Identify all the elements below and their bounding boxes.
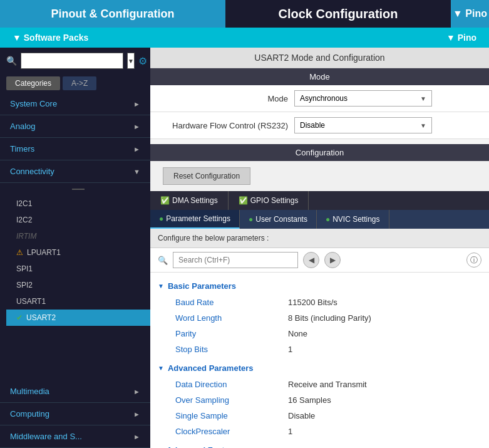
sidebar: 🔍 ▼ ⚙ Categories A->Z System Core ► Anal… bbox=[0, 48, 150, 448]
gpio-tab-label: GPIO Settings bbox=[250, 196, 299, 205]
connectivity-submenu: I2C1 I2C2 IRTIM ⚠ LPUART1 SPI1 SPI2 USAR… bbox=[0, 183, 150, 326]
tab-az[interactable]: A->Z bbox=[63, 76, 96, 90]
search-icon: 🔍 bbox=[6, 56, 17, 66]
tabs-row-1: ✅ DMA Settings ✅ GPIO Settings bbox=[150, 191, 489, 210]
search-input[interactable] bbox=[21, 53, 123, 69]
divider-line bbox=[72, 189, 85, 190]
tab-dma-settings[interactable]: ✅ DMA Settings bbox=[150, 191, 229, 210]
software-bar: ▼ Software Packs ▼ Pino bbox=[0, 28, 489, 48]
chevron-right-icon: ► bbox=[133, 123, 140, 130]
chevron-right-icon: ► bbox=[133, 100, 140, 108]
sidebar-item-i2c2[interactable]: I2C2 bbox=[6, 212, 150, 228]
i2c2-label: I2C2 bbox=[16, 216, 32, 224]
gear-icon[interactable]: ⚙ bbox=[138, 55, 147, 67]
search-dropdown[interactable]: ▼ bbox=[127, 53, 135, 69]
chevron-right-icon: ► bbox=[133, 388, 140, 395]
connectivity-label: Connectivity bbox=[10, 167, 54, 176]
extra-tab[interactable]: ▼ Pino bbox=[451, 0, 489, 28]
pinout-tab[interactable]: Pinout & Configuration bbox=[0, 0, 225, 28]
mode-select[interactable]: Asynchronous ▼ bbox=[294, 90, 432, 107]
timers-label: Timers bbox=[10, 144, 34, 154]
sidebar-item-usart2[interactable]: ✔ USART2 bbox=[6, 310, 150, 326]
advanced-params-group: ▼ Advanced Parameters Data Direction Rec… bbox=[150, 360, 489, 439]
reset-configuration-button[interactable]: Reset Configuration bbox=[163, 167, 250, 185]
tab-categories[interactable]: Categories bbox=[6, 76, 60, 90]
usart1-label: USART1 bbox=[16, 297, 46, 306]
data-direction-name: Data Direction bbox=[175, 380, 288, 389]
sidebar-item-computing[interactable]: Computing ► bbox=[0, 403, 150, 425]
chevron-right-icon: ► bbox=[133, 410, 140, 418]
chevron-down-icon: ▼ bbox=[133, 168, 140, 175]
sidebar-item-multimedia[interactable]: Multimedia ► bbox=[0, 380, 150, 403]
baud-rate-value: 115200 Bits/s bbox=[288, 298, 337, 307]
check-icon: ● bbox=[249, 215, 253, 224]
top-nav: Pinout & Configuration Clock Configurati… bbox=[0, 0, 489, 28]
single-sample-name: Single Sample bbox=[175, 411, 288, 420]
middleware-label: Middleware and S... bbox=[10, 432, 82, 441]
sidebar-item-irtim: IRTIM bbox=[6, 228, 150, 244]
analog-label: Analog bbox=[10, 122, 35, 131]
sidebar-item-i2c1[interactable]: I2C1 bbox=[6, 195, 150, 212]
param-row-clock-prescaler: ClockPrescaler 1 bbox=[150, 424, 489, 439]
tab-parameter-settings[interactable]: ● Parameter Settings bbox=[150, 210, 240, 229]
word-length-name: Word Length bbox=[175, 313, 288, 323]
check-icon: ● bbox=[326, 215, 330, 224]
advanced-features-group: ▶ Advanced Features bbox=[150, 442, 489, 448]
word-length-value: 8 Bits (including Parity) bbox=[288, 313, 371, 323]
sidebar-item-middleware[interactable]: Middleware and S... ► bbox=[0, 425, 150, 448]
tabs-row-2: ● Parameter Settings ● User Constants ● … bbox=[150, 210, 489, 229]
nav-prev-button[interactable]: ◀ bbox=[303, 252, 319, 268]
software-packs-label: ▼ Software Packs bbox=[13, 33, 88, 43]
sidebar-item-connectivity[interactable]: Connectivity ▼ bbox=[0, 160, 150, 183]
chevron-right-icon: ► bbox=[133, 145, 140, 153]
param-search-input[interactable] bbox=[173, 252, 298, 268]
config-section-header: Configuration bbox=[150, 144, 489, 161]
system-core-label: System Core bbox=[10, 99, 57, 108]
clock-prescaler-name: ClockPrescaler bbox=[175, 427, 288, 436]
data-direction-value: Receive and Transmit bbox=[288, 380, 367, 389]
over-sampling-name: Over Sampling bbox=[175, 395, 288, 405]
advanced-features-header[interactable]: ▶ Advanced Features bbox=[150, 442, 489, 448]
sidebar-item-usart1[interactable]: USART1 bbox=[6, 293, 150, 310]
hardware-flow-value: Disable bbox=[300, 121, 325, 130]
param-search-row: 🔍 ◀ ▶ ⓘ bbox=[150, 248, 489, 273]
over-sampling-value: 16 Samples bbox=[288, 395, 331, 405]
nvic-tab-label: NVIC Settings bbox=[332, 215, 379, 224]
info-button[interactable]: ⓘ bbox=[466, 253, 481, 268]
mode-section-header: Mode bbox=[150, 68, 489, 85]
mode-arrow-icon: ▼ bbox=[420, 95, 426, 102]
software-packs-item[interactable]: ▼ Software Packs bbox=[0, 33, 101, 43]
advanced-params-label: Advanced Parameters bbox=[168, 363, 254, 373]
clock-tab[interactable]: Clock Configuration bbox=[225, 0, 451, 28]
warning-icon: ⚠ bbox=[16, 248, 23, 257]
sidebar-item-timers[interactable]: Timers ► bbox=[0, 138, 150, 160]
sidebar-item-spi2[interactable]: SPI2 bbox=[6, 277, 150, 293]
single-sample-value: Disable bbox=[288, 411, 315, 420]
clock-tab-label: Clock Configuration bbox=[278, 7, 398, 21]
i2c1-label: I2C1 bbox=[16, 199, 32, 208]
sidebar-item-lpuart1[interactable]: ⚠ LPUART1 bbox=[6, 244, 150, 261]
param-header-text: Configure the below parameters : bbox=[158, 234, 269, 242]
multimedia-label: Multimedia bbox=[10, 387, 49, 396]
mode-value: Asynchronous bbox=[300, 94, 347, 103]
param-tab-label: Parameter Settings bbox=[166, 214, 230, 223]
search-icon: 🔍 bbox=[158, 256, 168, 265]
tab-user-constants[interactable]: ● User Constants bbox=[240, 210, 317, 229]
content-title: USART2 Mode and Configuration bbox=[150, 48, 489, 68]
main-layout: 🔍 ▼ ⚙ Categories A->Z System Core ► Anal… bbox=[0, 48, 489, 448]
sidebar-item-analog[interactable]: Analog ► bbox=[0, 115, 150, 138]
mode-section-label: Mode bbox=[309, 72, 330, 81]
tab-gpio-settings[interactable]: ✅ GPIO Settings bbox=[229, 191, 309, 210]
parity-name: Parity bbox=[175, 329, 288, 338]
pinout-tab-label: Pinout & Configuration bbox=[51, 8, 175, 21]
pinout-packs-item[interactable]: ▼ Pino bbox=[434, 33, 489, 43]
basic-params-header[interactable]: ▼ Basic Parameters bbox=[150, 278, 489, 294]
dma-tab-label: DMA Settings bbox=[172, 196, 218, 205]
tab-nvic-settings[interactable]: ● NVIC Settings bbox=[317, 210, 389, 229]
nav-next-button[interactable]: ▶ bbox=[324, 252, 341, 268]
advanced-params-header[interactable]: ▼ Advanced Parameters bbox=[150, 360, 489, 377]
sidebar-item-spi1[interactable]: SPI1 bbox=[6, 261, 150, 277]
spi1-label: SPI1 bbox=[16, 264, 33, 273]
sidebar-item-system-core[interactable]: System Core ► bbox=[0, 93, 150, 115]
hardware-flow-select[interactable]: Disable ▼ bbox=[294, 117, 432, 133]
